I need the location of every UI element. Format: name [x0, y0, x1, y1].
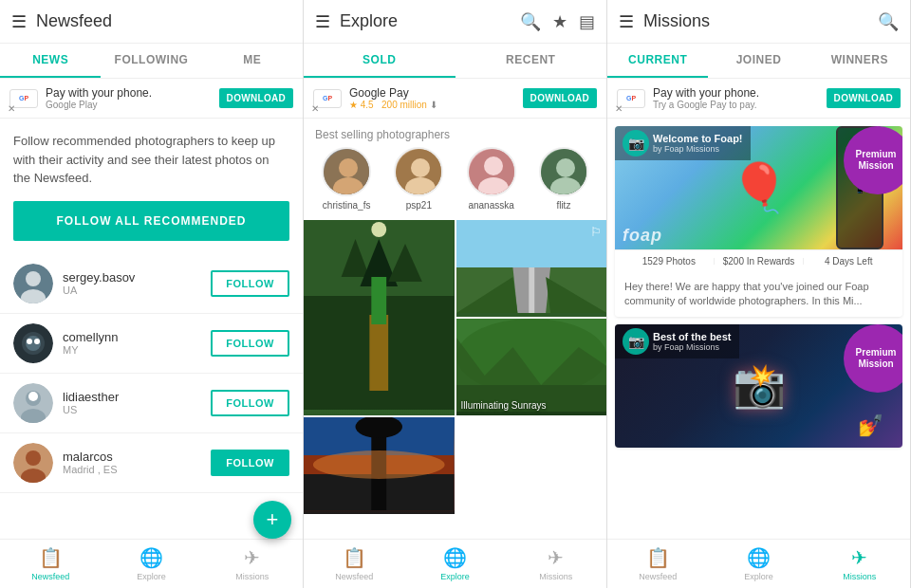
tab-following[interactable]: FOLLOWING — [101, 44, 201, 78]
missions-search-icon[interactable]: 🔍 — [878, 11, 899, 32]
grid-icon[interactable]: ▤ — [579, 11, 595, 32]
user-item-malarcos: malarcos Madrid , ES FOLLOW — [0, 433, 303, 493]
photo-cell-road[interactable]: ⚐ — [456, 220, 607, 317]
user-name-sergey: sergey.basov — [63, 270, 211, 285]
missions-download-button[interactable]: DOWNLOAD — [827, 88, 901, 108]
missions-hamburger-icon[interactable]: ☰ — [619, 11, 634, 32]
foap-logo: foap — [623, 226, 662, 246]
user-avatar-comellynn — [13, 323, 53, 363]
follow-button-sergey[interactable]: FOLLOW — [211, 270, 289, 297]
missions-ad-sub: Try a Google Pay to pay. — [653, 100, 827, 110]
newsfeed-tabs: NEWS FOLLOWING ME — [0, 44, 303, 79]
photographer-name-flitz: flitz — [556, 200, 570, 211]
svg-point-0 — [26, 271, 41, 286]
explore-ad-main: Google Pay — [349, 86, 523, 100]
tab-news[interactable]: NEWS — [0, 44, 101, 78]
explore-ad: GP Google Pay ★ 4.5 200 million ⬇ DOWNLO… — [304, 79, 606, 119]
newsfeed-bottom-nav: 📋 Newsfeed 🌐 Explore ✈ Missions — [0, 539, 303, 588]
nav-newsfeed[interactable]: 📋 Newsfeed — [0, 540, 101, 588]
explore-header-icons: 🔍 ★ ▤ — [520, 11, 595, 32]
svg-point-15 — [411, 158, 430, 177]
tab-recent[interactable]: RECENT — [456, 44, 607, 78]
tab-joined[interactable]: JOINED — [708, 44, 809, 78]
ad-download-button[interactable]: DOWNLOAD — [219, 88, 293, 108]
missions-bottom-nav: 📋 Newsfeed 🌐 Explore ✈ Missions — [607, 539, 910, 588]
mission-description-welcome: Hey there! We are happy that you've join… — [615, 272, 902, 317]
photographer-flitz[interactable]: flitz — [532, 147, 595, 211]
svg-point-4 — [27, 339, 32, 344]
explore-nav-newsfeed[interactable]: 📋 Newsfeed — [304, 540, 404, 588]
explore-hamburger-icon[interactable]: ☰ — [315, 11, 330, 32]
explore-header: ☰ Explore 🔍 ★ ▤ — [304, 0, 606, 44]
nav-missions[interactable]: ✈ Missions — [202, 540, 303, 588]
nav-missions-label: Missions — [235, 572, 269, 581]
missions-header: ☰ Missions 🔍 — [607, 0, 910, 44]
missions-content: 🎈 foap 📱 📷 Welcome to Foap! by Foap Miss… — [607, 119, 910, 539]
missions-nav-icon: ✈ — [244, 546, 260, 569]
missions-nav-explore[interactable]: 🌐 Explore — [708, 540, 809, 588]
user-info-lidiaesther: lidiaesther US — [63, 390, 211, 415]
missions-ad-close[interactable]: ✕ — [615, 103, 623, 114]
mission-stat-rewards: $200 In Rewards — [715, 256, 804, 266]
missions-nav-missions[interactable]: ✈ Missions — [809, 540, 910, 588]
follow-description: Follow recommended photographers to keep… — [0, 119, 303, 197]
user-item-lidiaesther: lidiaesther US FOLLOW — [0, 374, 303, 433]
newsfeed-nav-icon: 📋 — [39, 546, 63, 569]
mission-tag-welcome: 📷 Welcome to Foap! by Foap Missions — [615, 126, 751, 160]
user-avatar-lidiaesther — [13, 383, 53, 423]
camera-icon: 📷 — [623, 130, 649, 156]
nav-explore[interactable]: 🌐 Explore — [101, 540, 201, 588]
explore-content: Best selling photographers christina_fs … — [304, 119, 606, 539]
user-location-lidiaesther: US — [63, 404, 211, 415]
newsfeed-header: ☰ Newsfeed — [0, 0, 303, 44]
newsfeed-ad: GP Pay with your phone. Google Play DOWN… — [0, 79, 303, 119]
tab-me[interactable]: ME — [202, 44, 303, 78]
mission-stat-days: 4 Days Left — [804, 256, 893, 266]
tab-sold[interactable]: SOLD — [304, 44, 456, 78]
premium-badge-best: Premium Mission — [844, 324, 902, 393]
explore-panel: ☰ Explore 🔍 ★ ▤ SOLD RECENT GP Google Pa… — [304, 0, 607, 588]
explore-nav-missions[interactable]: ✈ Missions — [506, 540, 606, 588]
missions-nav-newsfeed[interactable]: 📋 Newsfeed — [607, 540, 708, 588]
tab-winners[interactable]: WINNERS — [809, 44, 910, 78]
photo-cell-sunset[interactable] — [304, 417, 455, 514]
newsfeed-panel: ☰ Newsfeed NEWS FOLLOWING ME GP Pay with… — [0, 0, 304, 588]
explore-ad-text: Google Pay ★ 4.5 200 million ⬇ — [349, 86, 523, 110]
hamburger-icon[interactable]: ☰ — [11, 11, 27, 32]
photo-cell-forest[interactable] — [304, 220, 455, 415]
explore-ad-rating: ★ 4.5 200 million ⬇ — [349, 100, 523, 110]
svg-point-1 — [21, 289, 46, 303]
photographer-christina[interactable]: christina_fs — [315, 147, 378, 211]
follow-button-lidiaesther[interactable]: FOLLOW — [211, 390, 289, 416]
explore-tabs: SOLD RECENT — [304, 44, 606, 79]
newsfeed-title: Newsfeed — [36, 11, 291, 31]
tab-current[interactable]: CURRENT — [607, 44, 708, 78]
explore-nav-explore[interactable]: 🌐 Explore — [404, 540, 505, 588]
svg-rect-29 — [371, 277, 386, 324]
svg-rect-28 — [369, 315, 388, 391]
follow-all-button[interactable]: FOLLOW ALL RECOMMENDED — [13, 201, 289, 241]
camera-icon-best: 📷 — [623, 328, 649, 355]
mission-card-welcome[interactable]: 🎈 foap 📱 📷 Welcome to Foap! by Foap Miss… — [615, 126, 902, 317]
bookmark-icon: ⚐ — [590, 225, 602, 239]
lens-icon: 📸 — [733, 360, 786, 411]
star-icon[interactable]: ★ — [552, 11, 567, 32]
follow-button-comellynn[interactable]: FOLLOW — [211, 330, 289, 357]
photographer-ananasska[interactable]: ananasska — [460, 147, 523, 211]
fab-button[interactable]: + — [253, 501, 291, 539]
ad-close-button[interactable]: ✕ — [8, 103, 15, 114]
search-icon[interactable]: 🔍 — [520, 11, 541, 32]
mission-card-best[interactable]: 📸 💅 📷 Best of the best by Foap Missions … — [615, 324, 902, 448]
follow-button-malarcos[interactable]: FOLLOW — [211, 450, 289, 476]
svg-point-7 — [21, 409, 46, 423]
user-avatar-sergey — [13, 264, 53, 303]
photo-cell-valley[interactable]: Illuminating Sunrays — [456, 319, 607, 415]
missions-title: Missions — [643, 11, 878, 31]
mission-stat-photos: 1529 Photos — [624, 256, 714, 266]
svg-point-46 — [313, 450, 445, 479]
photographer-psp21[interactable]: psp21 — [387, 147, 450, 211]
svg-rect-34 — [529, 267, 534, 313]
explore-ad-close[interactable]: ✕ — [311, 103, 319, 114]
explore-download-button[interactable]: DOWNLOAD — [523, 88, 597, 108]
explore-nav-icon: 🌐 — [139, 546, 163, 569]
